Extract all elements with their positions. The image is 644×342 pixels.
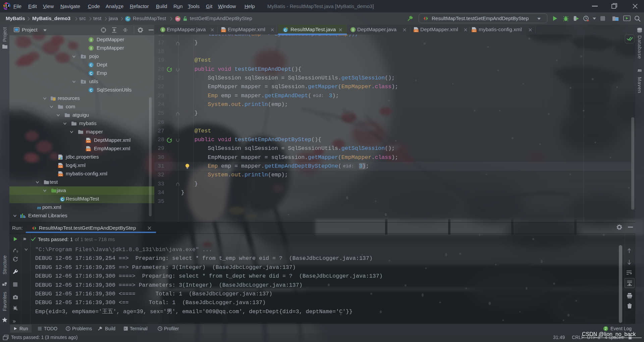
svg-text:m: m — [638, 67, 642, 73]
svg-text:2: 2 — [605, 327, 607, 331]
svg-text:9: 9 — [16, 250, 18, 253]
